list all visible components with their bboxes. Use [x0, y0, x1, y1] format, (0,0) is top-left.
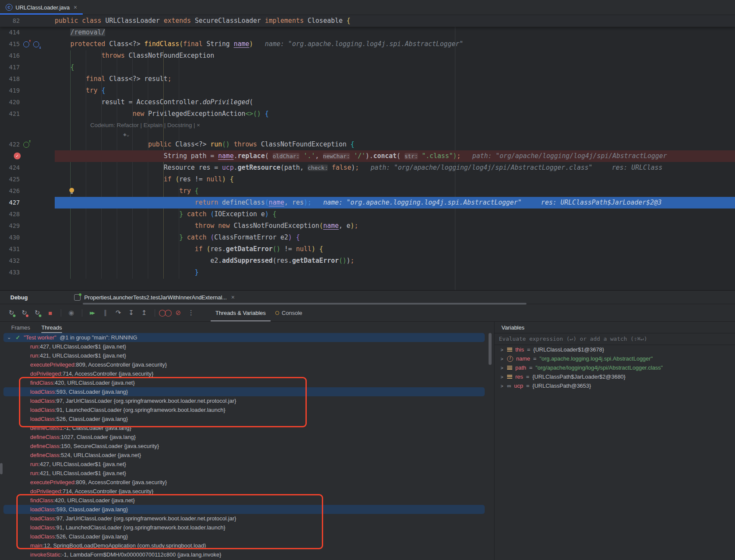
code-line[interactable]: 417 { — [0, 62, 735, 73]
method-is-overridden-icon[interactable]: ↓ — [33, 41, 39, 47]
stack-frame-row[interactable]: findClass:420, URLClassLoader {java.net} — [0, 378, 494, 387]
stack-frame-row[interactable]: run:427, URLClassLoader$1 {java.net} — [0, 460, 494, 469]
code-line[interactable]: 425 if (res != null) { — [0, 174, 735, 185]
code-line[interactable]: 433 } — [0, 267, 735, 278]
tab-threads[interactable]: Threads — [41, 322, 62, 333]
view-breakpoints-button[interactable]: ◯◯ — [159, 307, 170, 318]
stack-frame-row[interactable]: run:421, URLClassLoader$1 {java.net} — [0, 351, 494, 360]
breakpoint-icon[interactable]: ✓ — [14, 152, 21, 159]
code-line[interactable]: 421 new PrivilegedExceptionAction<>() { — [0, 108, 735, 120]
variable-row[interactable]: >res={URLClassPath$JarLoader$2@3680} — [495, 372, 735, 381]
code-token — [55, 268, 195, 276]
code-line[interactable]: 82public class URLClassLoader extends Se… — [0, 15, 735, 27]
tab-frames[interactable]: Frames — [11, 324, 30, 331]
chevron-right-icon[interactable]: > — [500, 374, 504, 380]
code-line[interactable]: 428 } catch (IOException e) { — [0, 208, 735, 220]
horizontal-scrollbar[interactable] — [83, 303, 526, 305]
code-editor[interactable]: 82public class URLClassLoader extends Se… — [0, 15, 735, 290]
frames-scrollbar[interactable] — [489, 333, 492, 365]
stack-frame-row[interactable]: loadClass:593, ClassLoader {java.lang} — [3, 505, 485, 514]
code-line[interactable]: 427 return defineClass(name, res); name:… — [0, 197, 735, 208]
variable-row[interactable]: >this={URLClassLoader$1@3678} — [495, 345, 735, 354]
step-out-button[interactable]: ↥ — [138, 307, 149, 318]
stop-button[interactable]: ■ — [44, 307, 55, 318]
code-line[interactable]: 424 Resource res = ucp.getResource(path,… — [0, 162, 735, 174]
rerun-debug-button[interactable]: ↻ — [5, 307, 16, 318]
code-line[interactable]: 416 throws ClassNotFoundException — [0, 50, 735, 62]
watch-breakpoint-eye-button[interactable]: ◉ — [65, 307, 76, 318]
code-line[interactable]: 422↑ public Class<?> run() throws ClassN… — [0, 139, 735, 150]
code-line[interactable]: 431 if (res.getDataError() != null) { — [0, 243, 735, 255]
tab-console[interactable]: Console — [271, 304, 307, 321]
chevron-right-icon[interactable]: > — [500, 383, 504, 389]
stack-frame-row[interactable]: invokeStatic:-1, LambdaForm$DMH/0x000000… — [0, 550, 494, 559]
left-edge-scrollbar[interactable] — [0, 463, 3, 474]
variable-row[interactable]: >∞ucp={URLClassPath@3653} — [495, 381, 735, 390]
stack-frame-row[interactable]: run:427, URLClassLoader$1 {java.net} — [0, 342, 494, 351]
stack-frame-row[interactable]: executePrivileged:809, AccessController … — [0, 360, 494, 369]
stack-frame-row[interactable]: doPrivileged:714, AccessController {java… — [0, 369, 494, 378]
code-line[interactable]: 426 try { — [0, 185, 735, 197]
stack-frame-row[interactable]: main:12, SpringBootLoadDemoApplication {… — [0, 541, 494, 550]
close-session-icon[interactable]: × — [231, 294, 234, 301]
gutter: 420 — [0, 96, 55, 108]
step-over-button[interactable]: ↷ — [112, 307, 123, 318]
stack-frame-row[interactable]: run:421, URLClassLoader$1 {java.net} — [0, 469, 494, 478]
stack-frame-row[interactable]: executePrivileged:809, AccessController … — [0, 478, 494, 487]
overrides-method-icon[interactable]: ↑ — [23, 41, 29, 47]
tab-threads-and-variables[interactable]: Threads & Variables — [211, 304, 271, 321]
code-line[interactable]: 432 e2.addSuppressed(res.getDataError())… — [0, 255, 735, 267]
stack-frame-row[interactable]: loadClass:97, JarUrlClassLoader {org.spr… — [0, 396, 494, 405]
code-token: } — [195, 268, 199, 276]
code-line[interactable]: ✓ String path = name.replace( oldChar: '… — [0, 150, 735, 162]
mute-breakpoints-button[interactable]: ⊘ — [172, 307, 183, 318]
step-into-button[interactable]: ↧ — [125, 307, 136, 318]
restart-debug-button[interactable]: ↻ — [31, 307, 42, 318]
pause-button[interactable]: ∥ — [99, 307, 110, 318]
icon-glyph: ■ — [48, 309, 51, 317]
code-token: ( — [210, 233, 214, 241]
chevron-right-icon[interactable]: > — [500, 356, 504, 361]
debug-session-tab[interactable]: PropertiesLauncherTests2.testJarWithInne… — [74, 294, 234, 301]
code-line[interactable]: 418 final Class<?> result; — [0, 73, 735, 85]
code-line[interactable]: 419 try { — [0, 85, 735, 96]
frame-method: loadClass — [30, 398, 55, 404]
stack-frame-row[interactable]: loadClass:526, ClassLoader {java.lang} — [0, 414, 494, 423]
stack-frame-row[interactable]: loadClass:593, ClassLoader {java.lang} — [3, 387, 485, 396]
code-line[interactable]: 415↑↓ protected Class<?> findClass(final… — [0, 38, 735, 50]
stack-frame-row[interactable]: defineClass1:-1, ClassLoader {java.lang} — [0, 423, 494, 432]
code-token — [55, 28, 70, 36]
code-line[interactable]: 414 /removal/ — [0, 27, 735, 38]
more-options-button[interactable]: ⋮ — [185, 307, 196, 318]
code-line[interactable]: 420 result = AccessController.doPrivileg… — [0, 96, 735, 108]
stack-frame-row[interactable]: doPrivileged:714, AccessController {java… — [0, 487, 494, 496]
frame-location: :97, JarUrlClassLoader {org.springframew… — [55, 398, 236, 404]
stack-frame-row[interactable]: loadClass:526, ClassLoader {java.lang} — [0, 532, 494, 541]
variable-row[interactable]: >path="org/apache/logging/log4j/spi/Abst… — [495, 363, 735, 372]
intention-bulb-icon[interactable] — [69, 188, 74, 193]
close-tab-icon[interactable]: × — [74, 4, 77, 11]
evaluate-expression-input[interactable]: Evaluate expression (↵) or add a watch (… — [495, 333, 735, 345]
code-line[interactable]: 429 throw new ClassNotFoundException(nam… — [0, 220, 735, 232]
stack-frame-row[interactable]: defineClass:150, SecureClassLoader {java… — [0, 442, 494, 451]
chevron-right-icon[interactable]: > — [500, 347, 504, 352]
resume-button[interactable]: ▸▸ — [86, 307, 97, 318]
stack-frame-row[interactable]: defineClass:524, URLClassLoader {java.ne… — [0, 451, 494, 460]
rerun-failed-tests-button[interactable]: ↻ — [18, 307, 29, 318]
equals-sign: = — [527, 346, 530, 353]
code-line[interactable]: Codeium: Refactor | Explain | Docstring … — [0, 120, 735, 130]
implements-method-icon[interactable]: ↑ — [23, 142, 29, 148]
stack-frame-row[interactable]: loadClass:97, JarUrlClassLoader {org.spr… — [0, 514, 494, 523]
chevron-down-icon[interactable]: ⌄ — [6, 333, 12, 342]
code-line[interactable]: 430 } catch (ClassFormatError e2) { — [0, 232, 735, 243]
stack-frame-row[interactable]: loadClass:91, LaunchedClassLoader {org.s… — [0, 523, 494, 532]
thread-row[interactable]: ⌄✓"Test worker"@1 in group "main": RUNNI… — [3, 333, 485, 342]
code-line[interactable]: ◈⌄ — [0, 130, 735, 139]
stack-frame-row[interactable]: loadClass:91, LaunchedClassLoader {org.s… — [0, 405, 494, 414]
stack-frame-row[interactable]: defineClass:1027, ClassLoader {java.lang… — [0, 432, 494, 442]
code-token: ; — [457, 152, 461, 160]
tab-urlclassloader-java[interactable]: C URLClassLoader.java × — [0, 0, 83, 15]
variable-row[interactable]: >fname="org.apache.logging.log4j.spi.Abs… — [495, 354, 735, 363]
chevron-right-icon[interactable]: > — [500, 365, 504, 370]
stack-frame-row[interactable]: findClass:420, URLClassLoader {java.net} — [0, 496, 494, 505]
